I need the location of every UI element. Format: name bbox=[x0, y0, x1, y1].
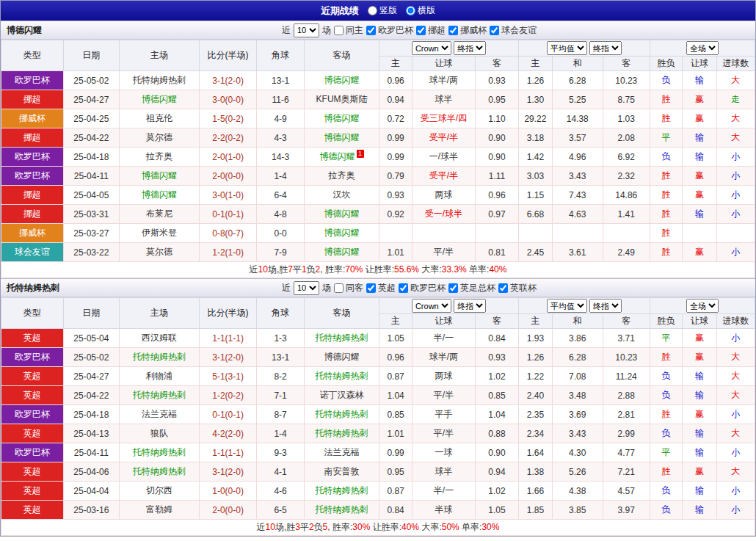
handicap-away-odds: 0.85 bbox=[476, 386, 518, 405]
league-badge: 挪超 bbox=[1, 90, 64, 109]
home-team: 狼队 bbox=[120, 424, 200, 443]
match-date: 25-03-31 bbox=[63, 205, 120, 224]
layout-radio-horizontal[interactable]: 横版 bbox=[406, 4, 435, 17]
league-filter-checkbox[interactable]: 英联杯 bbox=[498, 282, 537, 294]
horizontal-radio-input[interactable] bbox=[406, 6, 415, 15]
average-group-header: 平均值 终指 bbox=[518, 298, 650, 314]
scope-group-header: 全场 bbox=[650, 298, 755, 314]
result-flag: 负 bbox=[650, 424, 682, 443]
result-flag: 负 bbox=[650, 501, 682, 520]
summary-segment: 大率: bbox=[419, 264, 442, 275]
avg-away-odds: 4.57 bbox=[603, 482, 650, 501]
avg-draw-odds: 3.86 bbox=[553, 329, 603, 348]
home-team: 富勒姆 bbox=[120, 501, 200, 520]
result-flag: 负 bbox=[650, 367, 682, 386]
league-checkbox-input[interactable] bbox=[366, 26, 376, 35]
match-date: 25-04-25 bbox=[63, 109, 120, 128]
result-flag: 负 bbox=[650, 386, 682, 405]
summary-segment: 近 bbox=[257, 522, 266, 532]
goals-result-flag bbox=[716, 224, 755, 243]
away-team: 博德闪耀 bbox=[304, 205, 379, 224]
team-name: 托特纳姆热刺 bbox=[7, 282, 59, 294]
scope-select[interactable]: 全场 bbox=[686, 41, 719, 55]
avg-stage-select[interactable]: 终指 bbox=[589, 41, 622, 55]
odds-stage-select[interactable]: 终指 bbox=[454, 41, 486, 55]
goals-result-flag: 小 bbox=[716, 501, 755, 520]
summary-segment: 单率: bbox=[459, 522, 482, 532]
league-checkbox-input[interactable] bbox=[366, 283, 376, 293]
avg-source-select[interactable]: 平均值 bbox=[547, 41, 587, 55]
match-row: 欧罗巴杯 25-04-18 拉齐奥 2-0(1-0) 14-3 博德闪耀1 0.… bbox=[1, 148, 755, 167]
handicap-home-odds: 0.85 bbox=[379, 405, 412, 424]
col-home: 主场 bbox=[120, 298, 200, 329]
league-filters: 英超欧罗巴杯英足总杯英联杯 bbox=[366, 282, 537, 294]
handicap-line: 半球 bbox=[412, 501, 476, 520]
avg-home-odds: 3.03 bbox=[518, 167, 552, 186]
league-filter-checkbox[interactable]: 欧罗巴杯 bbox=[366, 24, 413, 37]
avg-draw-odds: 4.30 bbox=[553, 443, 603, 462]
league-filter-checkbox[interactable]: 挪威杯 bbox=[448, 24, 487, 37]
odds-stage-select[interactable]: 终指 bbox=[454, 299, 486, 313]
avg-draw-odds: 4.38 bbox=[553, 482, 603, 501]
match-date: 25-04-22 bbox=[63, 128, 120, 148]
avg-away-odds: 2.08 bbox=[603, 128, 650, 148]
same-venue-checkbox-input[interactable] bbox=[334, 26, 344, 35]
league-filter-checkbox[interactable]: 英超 bbox=[366, 282, 396, 294]
col-handicap-result: 让球 bbox=[683, 57, 716, 71]
league-filters: 欧罗巴杯挪超挪威杯球会友谊 bbox=[366, 24, 537, 37]
scope-select[interactable]: 全场 bbox=[686, 299, 719, 313]
match-row: 英超 25-05-04 西汉姆联 1-1(1-1) 1-3 托特纳姆热刺 1.0… bbox=[1, 329, 755, 348]
avg-home-odds: 1.38 bbox=[518, 462, 552, 482]
avg-away-odds bbox=[603, 224, 650, 243]
league-checkbox-input[interactable] bbox=[399, 283, 408, 293]
away-team: 博德闪耀 bbox=[304, 348, 379, 367]
league-filter-checkbox[interactable]: 挪超 bbox=[416, 24, 446, 37]
same-venue-checkbox-input[interactable] bbox=[334, 283, 344, 293]
avg-away-odds: 10.23 bbox=[603, 348, 650, 367]
horizontal-radio-label: 横版 bbox=[418, 4, 435, 17]
avg-stage-select[interactable]: 终指 bbox=[589, 299, 622, 313]
avg-draw-odds: 3.43 bbox=[553, 424, 603, 443]
same-venue-checkbox[interactable]: 同主 bbox=[334, 24, 363, 37]
average-group-header: 平均值 终指 bbox=[518, 40, 650, 57]
league-checkbox-input[interactable] bbox=[490, 26, 499, 35]
handicap-line: 半/一 bbox=[412, 329, 476, 348]
league-filter-checkbox[interactable]: 欧罗巴杯 bbox=[399, 282, 446, 294]
avg-home-odds: 1.22 bbox=[518, 367, 552, 386]
match-date: 25-04-11 bbox=[63, 167, 120, 186]
result-flag: 胜 bbox=[650, 167, 682, 186]
corner-score: 7-1 bbox=[257, 386, 304, 405]
odds-source-select[interactable]: Crown bbox=[412, 299, 451, 313]
league-checkbox-input[interactable] bbox=[416, 26, 426, 35]
goals-result-flag: 大 bbox=[716, 109, 755, 128]
handicap-home-odds: 0.72 bbox=[379, 109, 412, 128]
layout-radio-vertical[interactable]: 竖版 bbox=[368, 4, 397, 17]
avg-home-odds: 1.26 bbox=[518, 348, 552, 367]
league-checkbox-input[interactable] bbox=[498, 283, 508, 293]
odds-source-select[interactable]: Crown bbox=[412, 41, 451, 55]
home-team: 托特纳姆热刺 bbox=[120, 443, 200, 462]
same-venue-checkbox[interactable]: 同客 bbox=[334, 282, 363, 294]
handicap-result-flag: 赢 bbox=[683, 243, 716, 262]
filter-controls: 近 10 场 同主 欧罗巴杯挪超挪威杯球会友谊 bbox=[282, 23, 537, 37]
match-row: 英超 25-04-27 利物浦 5-1(3-1) 8-2 托特纳姆热刺 0.87… bbox=[1, 367, 755, 386]
avg-draw-odds: 3.48 bbox=[553, 386, 603, 405]
handicap-away-odds: 0.93 bbox=[476, 71, 518, 90]
games-count-select[interactable]: 10 bbox=[294, 23, 319, 37]
page-title: 近期战绩 bbox=[321, 4, 359, 18]
handicap-home-odds: 0.87 bbox=[379, 482, 412, 501]
league-checkbox-input[interactable] bbox=[448, 26, 458, 35]
handicap-line: 一/球半 bbox=[412, 148, 476, 167]
corner-score: 1-4 bbox=[257, 167, 304, 186]
avg-home-odds: 3.18 bbox=[518, 128, 552, 148]
corner-score: 6-4 bbox=[257, 186, 304, 205]
avg-source-select[interactable]: 平均值 bbox=[547, 299, 587, 313]
league-checkbox-input[interactable] bbox=[448, 283, 458, 293]
games-count-select[interactable]: 10 bbox=[294, 281, 319, 295]
league-filter-checkbox[interactable]: 英足总杯 bbox=[448, 282, 495, 294]
league-badge: 欧罗巴杯 bbox=[1, 348, 64, 367]
col-result: 胜负 bbox=[650, 314, 682, 329]
vertical-radio-input[interactable] bbox=[368, 6, 377, 15]
home-team: 博德闪耀 bbox=[120, 186, 200, 205]
league-filter-checkbox[interactable]: 球会友谊 bbox=[490, 24, 537, 37]
